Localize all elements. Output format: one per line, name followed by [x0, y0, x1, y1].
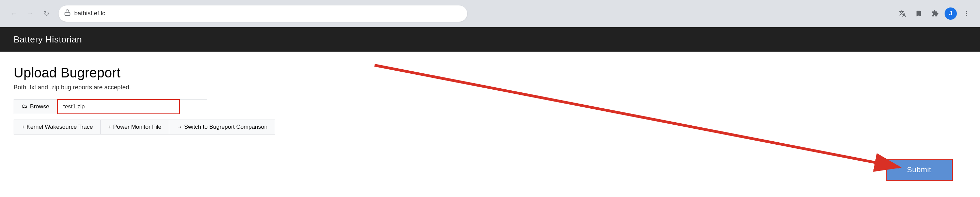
browser-chrome: ← → ↻ bathist.ef.lc J — [0, 0, 980, 27]
submit-button-container: Submit — [886, 159, 953, 181]
extension-button[interactable] — [928, 7, 942, 20]
app-header: Battery Historian — [0, 27, 980, 52]
switch-comparison-label: → Switch to Bugreport Comparison — [177, 124, 267, 131]
browse-button[interactable]: 🗂 Browse — [14, 99, 57, 114]
upload-end-space — [180, 99, 207, 114]
kernel-trace-button[interactable]: + Kernel Wakesource Trace — [14, 120, 101, 134]
url-text: bathist.ef.lc — [74, 10, 462, 17]
submit-label: Submit — [907, 165, 931, 174]
svg-rect-0 — [65, 12, 70, 15]
folder-icon: 🗂 — [21, 103, 27, 110]
file-name-input[interactable] — [57, 99, 180, 114]
main-content: Upload Bugreport Both .txt and .zip bug … — [0, 52, 980, 197]
menu-button[interactable] — [959, 7, 973, 20]
page-title: Upload Bugreport — [14, 65, 966, 80]
action-buttons-row: + Kernel Wakesource Trace + Power Monito… — [14, 120, 966, 134]
security-icon — [64, 9, 71, 18]
svg-line-2 — [375, 65, 899, 167]
file-input-row: 🗂 Browse — [14, 99, 966, 114]
nav-buttons: ← → ↻ — [7, 7, 53, 20]
forward-button[interactable]: → — [23, 7, 37, 20]
back-button[interactable]: ← — [7, 7, 21, 20]
profile-icon[interactable]: J — [945, 8, 957, 20]
browse-label: Browse — [30, 103, 49, 110]
subtitle-text: Both .txt and .zip bug reports are accep… — [14, 84, 966, 91]
kernel-trace-label: + Kernel Wakesource Trace — [21, 124, 93, 131]
power-monitor-label: + Power Monitor File — [108, 124, 161, 131]
browser-actions: J — [896, 7, 973, 20]
bookmark-button[interactable] — [912, 7, 926, 20]
power-monitor-button[interactable]: + Power Monitor File — [101, 120, 169, 134]
reload-button[interactable]: ↻ — [40, 7, 53, 20]
switch-comparison-button[interactable]: → Switch to Bugreport Comparison — [169, 120, 275, 134]
translate-button[interactable] — [896, 7, 909, 20]
address-bar[interactable]: bathist.ef.lc — [59, 5, 467, 22]
submit-button[interactable]: Submit — [886, 159, 953, 181]
app-title: Battery Historian — [14, 34, 82, 45]
